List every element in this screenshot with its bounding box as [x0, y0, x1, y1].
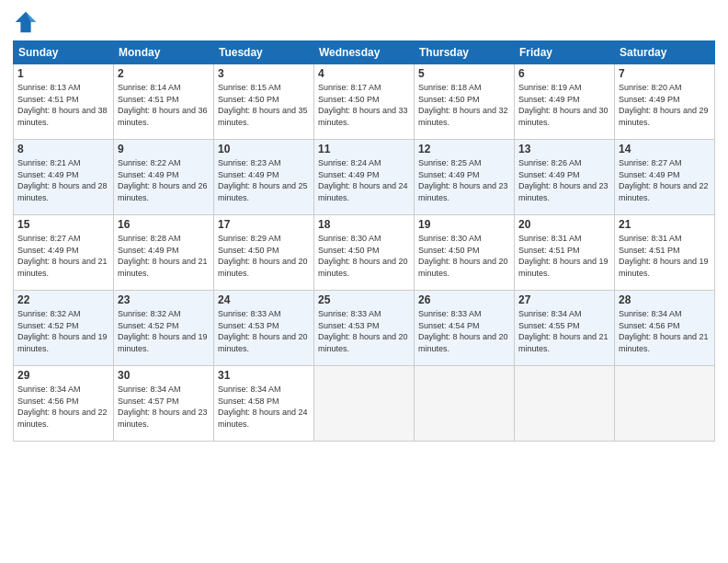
day-info: Sunrise: 8:31 AM Sunset: 4:51 PM Dayligh…	[518, 233, 610, 279]
daylight-label: Daylight: 8 hours and 19 minutes.	[17, 332, 108, 353]
calendar-header-row: Sunday Monday Tuesday Wednesday Thursday…	[14, 41, 715, 64]
col-tuesday: Tuesday	[214, 41, 314, 64]
sunset-label: Sunset: 4:50 PM	[418, 246, 480, 255]
calendar-cell: 27 Sunrise: 8:34 AM Sunset: 4:55 PM Dayl…	[515, 291, 615, 366]
sunset-label: Sunset: 4:57 PM	[118, 396, 179, 406]
sunrise-label: Sunrise: 8:34 AM	[218, 385, 281, 394]
calendar-cell: 26 Sunrise: 8:33 AM Sunset: 4:54 PM Dayl…	[415, 291, 515, 366]
sunrise-label: Sunrise: 8:19 AM	[518, 83, 582, 92]
daylight-label: Daylight: 8 hours and 20 minutes.	[418, 257, 508, 278]
sunset-label: Sunset: 4:52 PM	[17, 321, 79, 330]
sunset-label: Sunset: 4:52 PM	[118, 321, 179, 330]
sunset-label: Sunset: 4:50 PM	[218, 246, 279, 255]
col-sunday: Sunday	[14, 41, 114, 64]
sunrise-label: Sunrise: 8:30 AM	[318, 234, 381, 243]
day-number: 1	[17, 67, 109, 80]
sunrise-label: Sunrise: 8:34 AM	[17, 385, 81, 394]
calendar-cell: 16 Sunrise: 8:28 AM Sunset: 4:49 PM Dayl…	[114, 215, 214, 291]
col-monday: Monday	[114, 41, 214, 64]
day-info: Sunrise: 8:34 AM Sunset: 4:58 PM Dayligh…	[218, 384, 310, 430]
day-info: Sunrise: 8:27 AM Sunset: 4:49 PM Dayligh…	[17, 233, 109, 279]
sunrise-label: Sunrise: 8:18 AM	[418, 83, 482, 92]
calendar-cell: 28 Sunrise: 8:34 AM Sunset: 4:56 PM Dayl…	[615, 291, 715, 366]
daylight-label: Daylight: 8 hours and 20 minutes.	[318, 257, 408, 278]
calendar-cell: 17 Sunrise: 8:29 AM Sunset: 4:50 PM Dayl…	[214, 215, 314, 291]
header	[13, 9, 715, 35]
calendar-cell: 7 Sunrise: 8:20 AM Sunset: 4:49 PM Dayli…	[615, 64, 715, 140]
calendar-week-5: 29 Sunrise: 8:34 AM Sunset: 4:56 PM Dayl…	[14, 366, 715, 442]
day-number: 19	[418, 218, 510, 231]
daylight-label: Daylight: 8 hours and 23 minutes.	[518, 181, 609, 202]
calendar-cell: 14 Sunrise: 8:27 AM Sunset: 4:49 PM Dayl…	[615, 140, 715, 215]
daylight-label: Daylight: 8 hours and 24 minutes.	[218, 408, 308, 429]
sunrise-label: Sunrise: 8:32 AM	[17, 309, 81, 318]
daylight-label: Daylight: 8 hours and 23 minutes.	[418, 181, 508, 202]
daylight-label: Daylight: 8 hours and 30 minutes.	[518, 106, 609, 127]
day-number: 10	[218, 143, 310, 155]
day-info: Sunrise: 8:26 AM Sunset: 4:49 PM Dayligh…	[518, 157, 610, 203]
day-number: 6	[518, 67, 610, 80]
sunrise-label: Sunrise: 8:25 AM	[418, 158, 482, 167]
day-info: Sunrise: 8:34 AM Sunset: 4:56 PM Dayligh…	[619, 308, 711, 354]
calendar-cell: 20 Sunrise: 8:31 AM Sunset: 4:51 PM Dayl…	[515, 215, 615, 291]
calendar-table: Sunday Monday Tuesday Wednesday Thursday…	[13, 40, 715, 442]
calendar-cell: 2 Sunrise: 8:14 AM Sunset: 4:51 PM Dayli…	[114, 64, 214, 140]
daylight-label: Daylight: 8 hours and 20 minutes.	[218, 257, 308, 278]
logo	[13, 9, 42, 35]
calendar-cell: 30 Sunrise: 8:34 AM Sunset: 4:57 PM Dayl…	[114, 366, 214, 442]
sunrise-label: Sunrise: 8:33 AM	[218, 309, 281, 318]
logo-icon	[13, 9, 39, 35]
calendar-cell: 23 Sunrise: 8:32 AM Sunset: 4:52 PM Dayl…	[114, 291, 214, 366]
day-number: 26	[418, 293, 510, 306]
day-info: Sunrise: 8:34 AM Sunset: 4:55 PM Dayligh…	[518, 308, 610, 354]
sunset-label: Sunset: 4:51 PM	[619, 246, 680, 255]
col-friday: Friday	[515, 41, 615, 64]
calendar-cell: 12 Sunrise: 8:25 AM Sunset: 4:49 PM Dayl…	[415, 140, 515, 215]
calendar-cell: 29 Sunrise: 8:34 AM Sunset: 4:56 PM Dayl…	[14, 366, 114, 442]
calendar-cell	[314, 366, 415, 442]
day-info: Sunrise: 8:30 AM Sunset: 4:50 PM Dayligh…	[318, 233, 410, 279]
calendar-week-3: 15 Sunrise: 8:27 AM Sunset: 4:49 PM Dayl…	[14, 215, 715, 291]
sunset-label: Sunset: 4:56 PM	[17, 396, 79, 406]
daylight-label: Daylight: 8 hours and 29 minutes.	[619, 106, 709, 127]
col-saturday: Saturday	[615, 41, 715, 64]
calendar-cell: 18 Sunrise: 8:30 AM Sunset: 4:50 PM Dayl…	[314, 215, 415, 291]
daylight-label: Daylight: 8 hours and 25 minutes.	[218, 181, 308, 202]
day-number: 8	[17, 143, 109, 155]
day-info: Sunrise: 8:32 AM Sunset: 4:52 PM Dayligh…	[118, 308, 210, 354]
day-number: 14	[619, 143, 711, 155]
sunset-label: Sunset: 4:53 PM	[218, 321, 279, 330]
calendar-cell: 22 Sunrise: 8:32 AM Sunset: 4:52 PM Dayl…	[14, 291, 114, 366]
sunrise-label: Sunrise: 8:33 AM	[318, 309, 381, 318]
daylight-label: Daylight: 8 hours and 26 minutes.	[118, 181, 208, 202]
day-number: 24	[218, 293, 310, 306]
day-number: 12	[418, 143, 510, 155]
day-info: Sunrise: 8:25 AM Sunset: 4:49 PM Dayligh…	[418, 157, 510, 203]
calendar-cell: 13 Sunrise: 8:26 AM Sunset: 4:49 PM Dayl…	[515, 140, 615, 215]
day-number: 5	[418, 67, 510, 80]
sunset-label: Sunset: 4:51 PM	[118, 95, 179, 104]
calendar-cell: 6 Sunrise: 8:19 AM Sunset: 4:49 PM Dayli…	[515, 64, 615, 140]
sunset-label: Sunset: 4:49 PM	[17, 246, 79, 255]
day-info: Sunrise: 8:28 AM Sunset: 4:49 PM Dayligh…	[118, 233, 210, 279]
calendar-cell: 31 Sunrise: 8:34 AM Sunset: 4:58 PM Dayl…	[214, 366, 314, 442]
calendar-cell	[415, 366, 515, 442]
day-number: 2	[118, 67, 210, 80]
sunrise-label: Sunrise: 8:15 AM	[218, 83, 281, 92]
day-number: 25	[318, 293, 410, 306]
day-info: Sunrise: 8:14 AM Sunset: 4:51 PM Dayligh…	[118, 82, 210, 128]
day-info: Sunrise: 8:24 AM Sunset: 4:49 PM Dayligh…	[318, 157, 410, 203]
day-info: Sunrise: 8:20 AM Sunset: 4:49 PM Dayligh…	[619, 82, 711, 128]
sunset-label: Sunset: 4:50 PM	[218, 95, 279, 104]
daylight-label: Daylight: 8 hours and 20 minutes.	[418, 332, 508, 353]
calendar-week-4: 22 Sunrise: 8:32 AM Sunset: 4:52 PM Dayl…	[14, 291, 715, 366]
sunrise-label: Sunrise: 8:17 AM	[318, 83, 381, 92]
calendar-week-1: 1 Sunrise: 8:13 AM Sunset: 4:51 PM Dayli…	[14, 64, 715, 140]
day-info: Sunrise: 8:19 AM Sunset: 4:49 PM Dayligh…	[518, 82, 610, 128]
day-info: Sunrise: 8:23 AM Sunset: 4:49 PM Dayligh…	[218, 157, 310, 203]
day-info: Sunrise: 8:29 AM Sunset: 4:50 PM Dayligh…	[218, 233, 310, 279]
day-info: Sunrise: 8:32 AM Sunset: 4:52 PM Dayligh…	[17, 308, 109, 354]
day-number: 7	[619, 67, 711, 80]
day-number: 28	[619, 293, 711, 306]
day-number: 4	[318, 67, 410, 80]
